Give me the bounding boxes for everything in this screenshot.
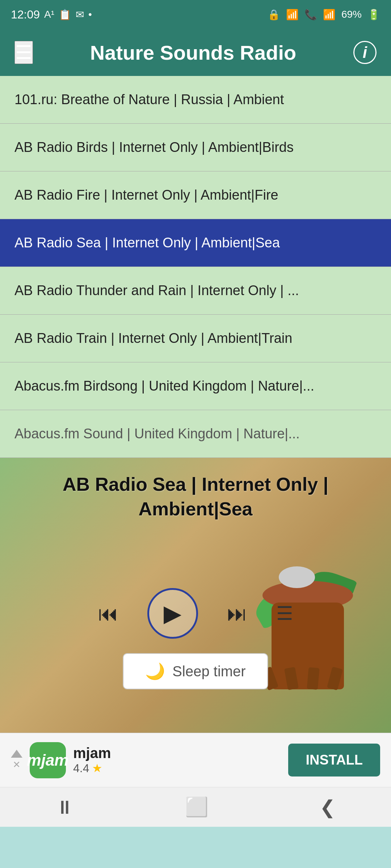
player-controls: ⏮ ▶ ⏭ ☰	[0, 588, 391, 639]
wifi-icon: 📶	[286, 9, 299, 21]
animal	[279, 566, 315, 588]
station-list: 101.ru: Breathe of Nature | Russia | Amb…	[0, 76, 391, 458]
ad-banner: ✕ mjam mjam 4.4 ★ INSTALL	[0, 733, 391, 787]
home-nav-button[interactable]: ⬜	[185, 796, 209, 818]
station-item[interactable]: AB Radio Birds | Internet Only | Ambient…	[0, 124, 391, 171]
queue-button[interactable]: ☰	[276, 603, 293, 624]
bottom-nav: ⏸ ⬜ ❮	[0, 787, 391, 827]
next-button[interactable]: ⏭	[227, 602, 247, 625]
station-item[interactable]: Abacus.fm Sound | United Kingdom | Natur…	[0, 410, 391, 458]
ad-rating: 4.4 ★	[73, 761, 281, 775]
ad-triangle-icon	[11, 750, 22, 758]
status-left: 12:09 A¹ 📋 ✉ •	[11, 8, 92, 21]
root	[327, 667, 343, 690]
ad-close-area[interactable]: ✕	[11, 750, 22, 770]
station-item[interactable]: AB Radio Train | Internet Only | Ambient…	[0, 315, 391, 362]
app-title: Nature Sounds Radio	[90, 41, 296, 64]
signal-icon: 📶	[323, 9, 336, 21]
app-header: ☰ Nature Sounds Radio i	[0, 29, 391, 76]
station-item[interactable]: AB Radio Thunder and Rain | Internet Onl…	[0, 267, 391, 315]
pause-nav-button[interactable]: ⏸	[55, 796, 74, 818]
ad-install-button[interactable]: INSTALL	[288, 744, 380, 776]
station-item-selected[interactable]: AB Radio Sea | Internet Only | Ambient|S…	[0, 219, 391, 267]
status-time: 12:09	[11, 8, 40, 21]
email-icon: ✉	[76, 9, 84, 21]
sleep-icon: 🌙	[145, 662, 165, 681]
play-button[interactable]: ▶	[147, 588, 198, 639]
info-button[interactable]: i	[353, 41, 377, 64]
battery-percent: 69%	[341, 9, 362, 20]
status-bar: 12:09 A¹ 📋 ✉ • 🔒 📶 📞 📶 69% 🔋	[0, 0, 391, 29]
phone-icon: 📞	[304, 9, 317, 21]
root	[307, 667, 319, 690]
ad-app-name: mjam	[73, 745, 281, 761]
player-section: AB Radio Sea | Internet Only | Ambient|S…	[0, 458, 391, 733]
sleep-timer-label: Sleep timer	[172, 663, 245, 680]
ad-app-icon: mjam	[30, 742, 66, 778]
battery-icon: 🔒	[268, 9, 280, 21]
station-item[interactable]: AB Radio Fire | Internet Only | Ambient|…	[0, 171, 391, 219]
now-playing-title: AB Radio Sea | Internet Only | Ambient|S…	[0, 472, 391, 521]
ad-star-icon: ★	[92, 761, 102, 775]
prev-button[interactable]: ⏮	[98, 602, 118, 625]
root	[284, 667, 299, 690]
sleep-timer-button[interactable]: 🌙 Sleep timer	[123, 653, 268, 689]
sim-icon: A¹	[44, 9, 54, 20]
dot-icon: •	[88, 9, 92, 20]
ad-close-icon: ✕	[13, 759, 21, 770]
status-right: 🔒 📶 📞 📶 69% 🔋	[268, 9, 380, 21]
station-item[interactable]: 101.ru: Breathe of Nature | Russia | Amb…	[0, 76, 391, 124]
roots	[257, 660, 358, 689]
ad-info: mjam 4.4 ★	[73, 745, 281, 775]
back-nav-button[interactable]: ❮	[320, 796, 336, 818]
menu-button[interactable]: ☰	[14, 41, 33, 64]
battery-full-icon: 🔋	[367, 9, 380, 21]
station-item[interactable]: Abacus.fm Birdsong | United Kingdom | Na…	[0, 362, 391, 410]
storage-icon: 📋	[59, 9, 71, 21]
